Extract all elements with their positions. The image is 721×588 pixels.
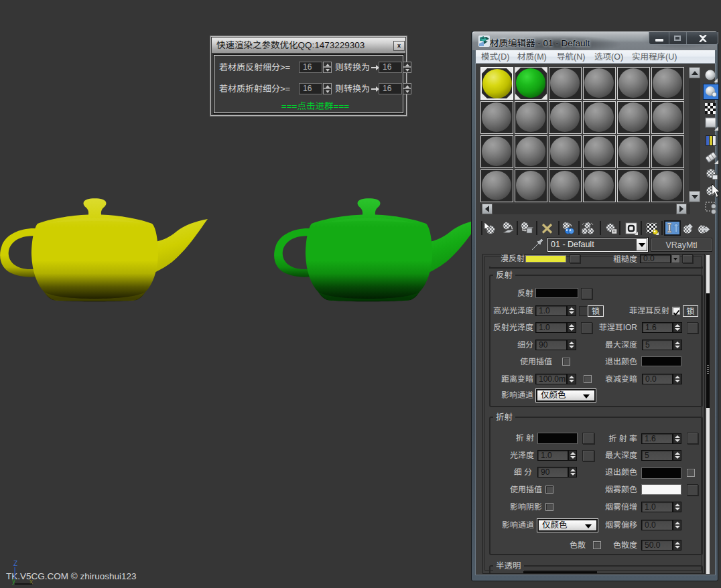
svg-text:Z: Z <box>13 560 17 567</box>
